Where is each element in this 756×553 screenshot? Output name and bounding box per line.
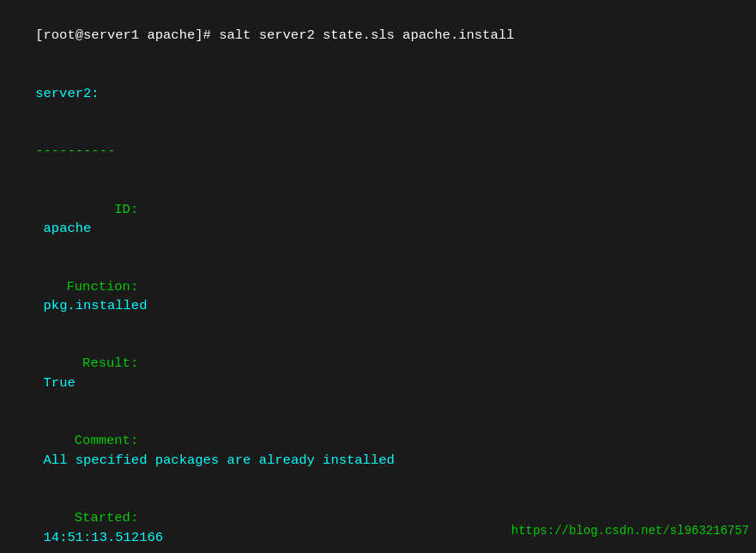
block1-comment-line: Comment: All specified packages are alre… <box>0 412 756 489</box>
block1-function-label: Function: <box>35 277 138 296</box>
block1-function-line: Function: pkg.installed <box>0 258 756 335</box>
block1-id-value: apache <box>35 221 91 236</box>
watermark-text: https://blog.csdn.net/sl963216757 <box>511 524 749 538</box>
block1-started-label: Started: <box>35 508 138 527</box>
prompt-text: [root@server1 apache]# salt server2 stat… <box>35 27 514 43</box>
prompt-line: [root@server1 apache]# salt server2 stat… <box>0 7 756 64</box>
separator1-line: ---------- <box>0 123 756 180</box>
block1-comment-label: Comment: <box>35 431 138 450</box>
server-label: server2: <box>35 86 99 101</box>
server-label-line: server2: <box>0 64 756 122</box>
block1-function-value: pkg.installed <box>35 298 147 313</box>
block1-result-value: True <box>35 375 76 391</box>
block1-id-label: ID: <box>35 200 138 219</box>
separator1: ---------- <box>35 143 115 159</box>
block1-comment-value: All specified packages are already insta… <box>35 453 395 468</box>
terminal-window: [root@server1 apache]# salt server2 stat… <box>0 0 756 553</box>
block1-started-value: 14:51:13.512166 <box>35 530 163 545</box>
block1-result-label: Result: <box>35 354 138 373</box>
block1-result-line: Result: True <box>0 335 756 412</box>
block1-started-line: Started: 14:51:13.512166 <box>0 489 756 553</box>
block1-id-line: ID: apache <box>0 180 756 258</box>
